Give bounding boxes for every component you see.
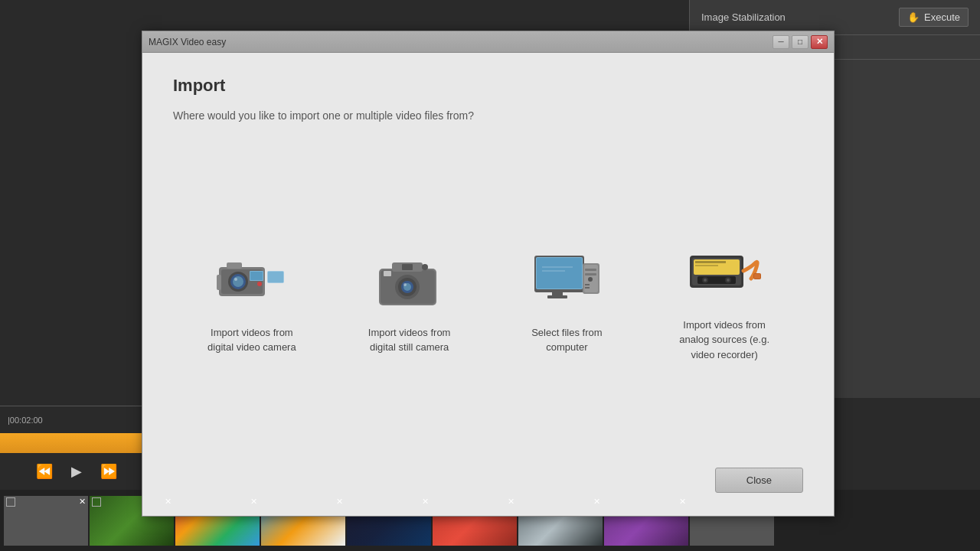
import-options: Import videos fromdigital video camera xyxy=(173,152,803,452)
svg-rect-28 xyxy=(547,295,567,298)
close-icon[interactable]: ✕ xyxy=(508,497,514,507)
time-marker: |00:02:00 xyxy=(8,416,43,425)
analog-sources-icon xyxy=(686,243,763,304)
svg-rect-21 xyxy=(384,271,391,276)
close-icon[interactable]: ✕ xyxy=(422,497,429,507)
svg-rect-26 xyxy=(537,258,582,289)
close-icon[interactable]: ✕ xyxy=(250,497,257,507)
svg-point-22 xyxy=(422,264,428,270)
svg-rect-41 xyxy=(695,261,726,263)
digital-still-camera-icon xyxy=(371,250,448,311)
import-label-digital-video-camera: Import videos fromdigital video camera xyxy=(207,325,296,355)
import-option-computer[interactable]: Select files fromcomputer xyxy=(494,235,639,370)
dialog-heading: Import xyxy=(173,76,803,96)
forward-button[interactable]: ⏩ xyxy=(96,459,121,484)
svg-point-20 xyxy=(403,283,407,286)
svg-rect-42 xyxy=(695,265,718,266)
dialog-window: MAGIX Video easy ─ □ ✕ Import Where woul… xyxy=(142,31,835,517)
list-item[interactable]: ✕ xyxy=(4,496,88,546)
digital-video-camera-icon xyxy=(214,250,290,311)
maximize-button[interactable]: □ xyxy=(792,35,808,49)
import-option-digital-video-camera[interactable]: Import videos fromdigital video camera xyxy=(179,235,325,370)
import-option-digital-still-camera[interactable]: Import videos fromdigital still camera xyxy=(337,235,482,370)
svg-rect-12 xyxy=(268,272,283,282)
svg-rect-7 xyxy=(250,272,263,280)
svg-rect-9 xyxy=(217,275,221,290)
close-icon[interactable]: ✕ xyxy=(336,497,343,507)
close-icon[interactable]: ✕ xyxy=(165,497,172,507)
checkbox[interactable] xyxy=(92,497,101,507)
svg-point-8 xyxy=(257,282,262,286)
close-icon[interactable]: ✕ xyxy=(79,497,86,507)
dialog-close-titlebar-button[interactable]: ✕ xyxy=(811,35,828,49)
import-label-computer: Select files fromcomputer xyxy=(531,325,602,355)
import-label-analog-sources: Import videos fromanalog sources (e.g.vi… xyxy=(679,318,769,363)
import-option-analog-sources[interactable]: Import videos fromanalog sources (e.g.vi… xyxy=(652,227,797,378)
svg-point-47 xyxy=(727,279,730,282)
svg-rect-10 xyxy=(227,262,242,269)
image-stabilization-label: Image Stabilization xyxy=(701,11,786,23)
import-label-digital-still-camera: Import videos fromdigital still camera xyxy=(368,325,451,355)
close-button[interactable]: Close xyxy=(715,468,803,493)
svg-rect-23 xyxy=(402,264,413,270)
dialog-subtitle: Where would you like to import one or mu… xyxy=(173,109,803,122)
playback-controls: ⏪ ▶ ⏩ xyxy=(0,453,153,490)
execute-button[interactable]: ✋ Execute xyxy=(899,8,969,27)
dialog-titlebar: MAGIX Video easy ─ □ ✕ xyxy=(142,31,834,53)
svg-point-4 xyxy=(233,276,243,287)
dialog-footer: Close xyxy=(173,452,803,493)
dialog-window-controls: ─ □ ✕ xyxy=(773,35,828,49)
svg-point-46 xyxy=(704,279,707,282)
svg-rect-34 xyxy=(585,284,590,285)
computer-icon xyxy=(528,250,605,311)
execute-icon: ✋ xyxy=(907,11,920,23)
svg-point-5 xyxy=(234,278,237,281)
play-button[interactable]: ▶ xyxy=(64,459,89,484)
film-thumbnail xyxy=(4,496,88,546)
rewind-button[interactable]: ⏪ xyxy=(32,459,57,484)
minimize-button[interactable]: ─ xyxy=(773,35,789,49)
checkbox[interactable] xyxy=(6,497,15,507)
svg-rect-49 xyxy=(754,274,760,279)
dialog-content: Import Where would you like to import on… xyxy=(142,53,834,516)
close-icon[interactable]: ✕ xyxy=(679,497,686,507)
dialog-title: MAGIX Video easy xyxy=(149,37,226,47)
svg-rect-32 xyxy=(585,273,596,276)
svg-point-33 xyxy=(588,277,593,282)
close-icon[interactable]: ✕ xyxy=(593,497,600,507)
svg-rect-35 xyxy=(585,287,590,289)
svg-rect-31 xyxy=(585,269,596,271)
